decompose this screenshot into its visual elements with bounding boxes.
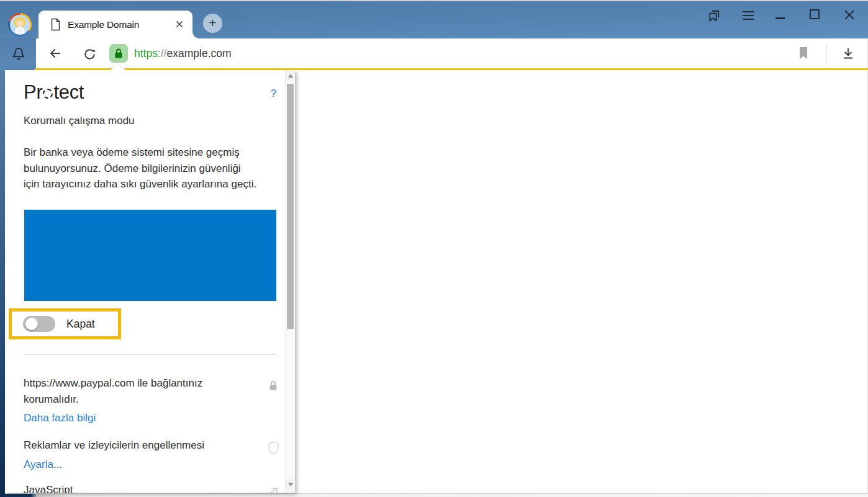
avatar-image [10,15,30,35]
site-security-badge[interactable] [109,44,128,63]
address-bar[interactable]: https://example.com [134,38,232,68]
ads-shield-icon [268,441,279,457]
toggle-label: Kapat [66,318,95,331]
scroll-down-icon [288,483,293,486]
maximize-button[interactable] [810,9,820,19]
accent-line [35,68,868,70]
notifications-bell-icon[interactable] [10,46,27,63]
url-scheme: https [134,47,158,60]
tab-groups-icon[interactable] [707,7,722,25]
scroll-down-button[interactable] [286,479,295,490]
tab-close-icon[interactable] [174,19,185,30]
panel-description: Bir banka veya ödeme sistemi sitesine ge… [24,145,256,192]
reload-icon[interactable] [82,46,97,64]
javascript-row-label: JavaScript [24,484,73,493]
ads-configure-link[interactable]: Ayarla... [24,459,62,471]
lock-badge-icon [114,48,123,59]
window-top-border [0,0,868,1]
connection-lock-icon [269,380,278,394]
protected-mode-toggle[interactable] [23,316,55,332]
toggle-knob [25,318,38,330]
panel-subtitle: Korumalı çalışma modu [24,115,135,127]
tab-title: Example Domain [68,11,139,38]
new-tab-button[interactable]: + [203,14,222,33]
protect-panel: Prtect ? Korumalı çalışma modu Bir banka… [5,70,295,493]
minimize-button[interactable] [775,17,785,19]
browser-tab[interactable]: Example Domain [38,11,192,38]
help-link[interactable]: ? [271,88,276,99]
url-separator: :// [158,47,167,60]
url-host: example.com [167,47,232,60]
protect-illustration [24,210,276,301]
panel-scrollbar[interactable] [285,70,295,493]
scroll-up-button[interactable] [286,70,295,81]
panel-divider [24,354,276,355]
toolbar: https://example.com [36,38,868,68]
page-icon [50,18,61,34]
javascript-blocked-icon [269,486,278,493]
window-close-button[interactable] [843,9,856,24]
scroll-up-icon [288,74,293,78]
download-icon[interactable] [841,46,856,63]
toggle-highlight-annotation: Kapat [9,308,121,339]
panel-title: Prtect [24,81,84,104]
protect-logo-o [43,89,53,99]
scrollbar-thumb[interactable] [287,84,294,329]
menu-icon[interactable] [743,11,754,22]
ads-blocking-text: Reklamlar ve izleyicilerin engellenmesi [24,439,204,452]
bookmark-icon[interactable] [798,47,808,62]
window-bottom-frame [5,493,868,497]
connection-status-text: https://www.paypal.com ile bağlantınız k… [24,375,256,407]
more-info-link[interactable]: Daha fazla bilgi [24,412,96,424]
back-icon[interactable] [47,45,63,64]
window-left-frame [0,70,5,497]
panel-anchor-notch [109,64,127,71]
toolbar-separator [826,45,827,61]
profile-avatar[interactable] [8,13,32,37]
browser-window: Example Domain + https://example.com [0,0,868,497]
